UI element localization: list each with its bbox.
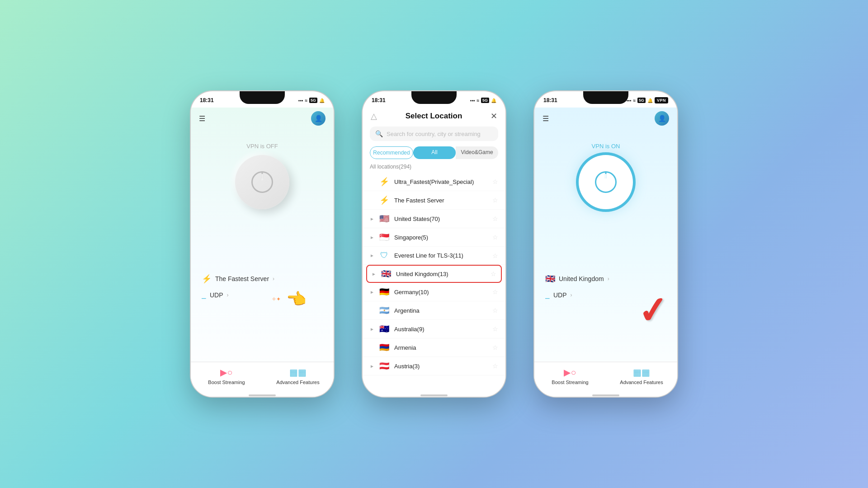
star-sg[interactable]: ☆: [492, 234, 498, 241]
expand-arrow-uk: ►: [372, 272, 376, 277]
advanced-features-tab-3[interactable]: ▦▦ Advanced Features: [606, 367, 677, 385]
avatar-3[interactable]: 👤: [655, 111, 669, 126]
wifi-icon: ≈: [305, 98, 307, 103]
bell-icon-2: 🔔: [491, 98, 496, 103]
chevron-protocol-1: ›: [227, 292, 229, 298]
location-item-ar[interactable]: 🇦🇷 Argentina ☆: [363, 301, 505, 320]
phone-3: 18:31 ▪▪▪ ≈ 5G 🔔 VPN ☰ 👤 VPN is ON ✓ 🇬🇧 …: [533, 90, 678, 398]
expand-arrow-at: ►: [370, 364, 374, 369]
expand-arrow-de: ►: [370, 290, 374, 295]
star-de[interactable]: ☆: [492, 288, 498, 296]
tab-recommended[interactable]: Recommended: [370, 146, 413, 159]
location-name-ultra: Ultra_Fastest(Private_Special): [394, 178, 488, 185]
phone1-header: ☰ 👤: [191, 108, 334, 129]
location-item-uk[interactable]: ► 🇬🇧 United Kingdom(13) ☆: [366, 265, 502, 283]
star-us[interactable]: ☆: [492, 215, 498, 222]
server-icon-1: ⚡: [202, 274, 212, 284]
bottom-nav-3: ▶○ Boost Streaming ▦▦ Advanced Features: [534, 362, 677, 394]
search-icon: 🔍: [375, 130, 383, 137]
red-checkmark: ✓: [637, 291, 670, 330]
expand-arrow-au: ►: [370, 327, 374, 332]
chevron-right-1: ›: [273, 276, 274, 282]
star-fastest[interactable]: ☆: [492, 197, 498, 204]
notch-3: [583, 91, 628, 104]
location-item-at[interactable]: ► 🇦🇹 Austria(3) ☆: [363, 357, 505, 375]
time-1: 18:31: [200, 97, 214, 103]
location-item-us[interactable]: ► 🇺🇸 United States(70) ☆: [363, 210, 505, 228]
bell-icon: 🔔: [319, 98, 325, 103]
location-name-am: Armenia: [394, 344, 488, 351]
location-name-fastest: The Fastest Server: [394, 197, 488, 204]
locations-count: All locations(294): [363, 161, 505, 173]
location-item-am[interactable]: 🇦🇲 Armenia ☆: [363, 338, 505, 357]
expand-arrow-sg: ►: [370, 235, 374, 240]
advanced-features-tab-1[interactable]: ▦▦ Advanced Features: [262, 367, 334, 385]
protocol-icon-3: ⎯: [545, 291, 550, 299]
location-item-au[interactable]: ► 🇦🇺 Australia(9) ☆: [363, 320, 505, 338]
advanced-icon-1: ▦▦: [289, 367, 307, 378]
close-button[interactable]: ✕: [491, 111, 497, 121]
location-name-ar: Argentina: [394, 307, 488, 314]
location-name-us: United States(70): [394, 216, 488, 222]
expand-arrow-everest: ►: [370, 253, 374, 258]
avatar[interactable]: 👤: [311, 111, 326, 126]
phone3-screen: ☰ 👤 VPN is ON ✓ 🇬🇧 United Kingdom › ⎯ UD…: [534, 108, 677, 397]
vpn-badge: VPN: [655, 97, 668, 103]
signal-icon-2: ▪▪▪: [470, 98, 475, 103]
location-item-sg[interactable]: ► 🇸🇬 Singapore(5) ☆: [363, 228, 505, 247]
flag-everest: 🛡: [379, 251, 390, 260]
protocol-name-1: UDP: [210, 291, 223, 299]
flag-au: 🇦🇺: [379, 324, 390, 334]
back-button[interactable]: △: [371, 111, 377, 121]
server-row-3[interactable]: 🇬🇧 United Kingdom ›: [534, 269, 677, 288]
boost-streaming-tab-3[interactable]: ▶○ Boost Streaming: [534, 367, 606, 385]
power-button-on[interactable]: [579, 155, 633, 209]
search-bar[interactable]: 🔍 Search for country, city or streaming: [370, 127, 498, 141]
protocol-name-3: UDP: [553, 291, 567, 299]
flag-fastest: ⚡: [379, 195, 390, 205]
boost-streaming-tab-1[interactable]: ▶○ Boost Streaming: [191, 367, 262, 385]
phone-2: 18:31 ▪▪▪ ≈ 5G 🔔 △ Select Location ✕ 🔍 S…: [362, 90, 506, 398]
location-item-de[interactable]: ► 🇩🇪 Germany(10) ☆: [363, 283, 505, 301]
menu-icon-3[interactable]: ☰: [542, 114, 549, 123]
location-item-everest[interactable]: ► 🛡 Everest Line for TLS-3(11) ☆: [363, 247, 505, 265]
star-au[interactable]: ☆: [492, 325, 498, 333]
star-everest[interactable]: ☆: [492, 252, 498, 259]
boost-label-3: Boost Streaming: [552, 380, 588, 385]
location-item-fastest[interactable]: ⚡ The Fastest Server ☆: [363, 191, 505, 210]
location-name-everest: Everest Line for TLS-3(11): [394, 252, 488, 259]
notch-1: [240, 91, 285, 104]
star-uk[interactable]: ☆: [491, 270, 496, 277]
star-at[interactable]: ☆: [492, 362, 498, 370]
tab-all[interactable]: All: [413, 146, 456, 159]
select-location-title: Select Location: [406, 112, 462, 121]
menu-icon[interactable]: ☰: [199, 114, 205, 123]
chevron-protocol-3: ›: [571, 292, 572, 298]
phone2-screen: △ Select Location ✕ 🔍 Search for country…: [363, 108, 505, 397]
search-placeholder: Search for country, city or streaming: [387, 131, 481, 137]
protocol-row-1[interactable]: ⎯ UDP ›: [191, 288, 334, 302]
bottom-nav-1: ▶○ Boost Streaming ▦▦ Advanced Features: [191, 362, 334, 394]
wifi-icon-2: ≈: [476, 98, 479, 103]
phone2-header: △ Select Location ✕: [363, 108, 505, 123]
star-ultra[interactable]: ☆: [492, 178, 498, 185]
star-am[interactable]: ☆: [492, 344, 498, 351]
power-button-off[interactable]: [235, 155, 289, 209]
phone-1: 18:31 ▪▪▪ ≈ 5G 🔔 ☰ 👤 VPN is OFF ⚡ The Fa…: [190, 90, 335, 398]
location-item-ultra[interactable]: ⚡ Ultra_Fastest(Private_Special) ☆: [363, 173, 505, 191]
time-2: 18:31: [372, 97, 386, 103]
home-indicator-2: [420, 394, 448, 396]
network-badge-2: 5G: [481, 98, 489, 103]
status-icons-3: ▪▪▪ ≈ 5G 🔔 VPN: [627, 97, 668, 103]
server-row-1[interactable]: ⚡ The Fastest Server › ✧✦ 👈: [191, 269, 334, 288]
advanced-icon-3: ▦▦: [633, 367, 650, 378]
flag-sg: 🇸🇬: [379, 232, 390, 242]
protocol-icon-1: ⎯: [202, 291, 206, 299]
server-name-3: United Kingdom: [559, 275, 604, 282]
signal-icon: ▪▪▪: [298, 98, 303, 103]
home-indicator-3: [592, 394, 619, 396]
tab-videogame[interactable]: Video&Game: [456, 146, 498, 159]
tabs-row: Recommended All Video&Game: [370, 146, 498, 159]
star-ar[interactable]: ☆: [492, 307, 498, 314]
network-badge: 5G: [309, 98, 317, 103]
